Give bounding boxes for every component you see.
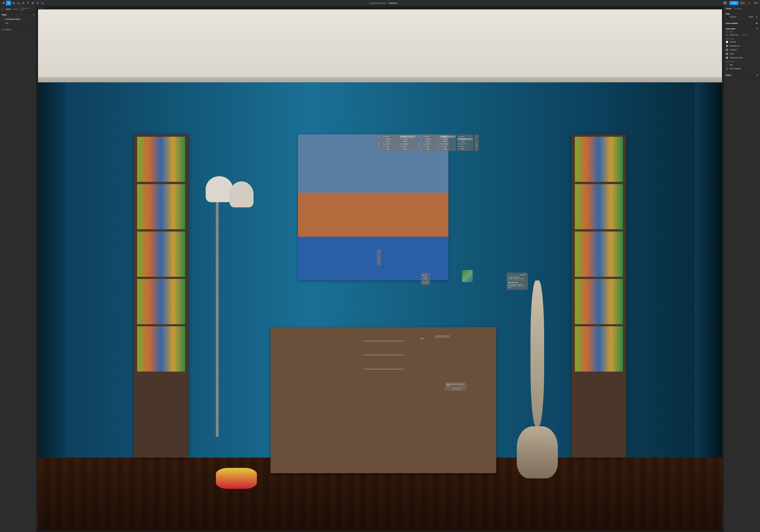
text-style-item[interactable]: Ag Menu font · 50/Auto	[726, 33, 758, 37]
ar-menu-item[interactable]: ✚Health	[383, 145, 398, 147]
add-style-button[interactable]: +	[757, 27, 758, 30]
hand-tool-button[interactable]	[35, 1, 40, 6]
ar-menu-wide-tasks-active[interactable]: ◉Tasks⤴Start walk⌂Training▣Memories✚Heal…	[400, 134, 416, 151]
page-opacity[interactable]: 100%	[748, 16, 753, 18]
cloud-icon: ☁	[519, 274, 521, 275]
ar-menu-item[interactable]: ✦Insights	[383, 148, 398, 150]
canvas[interactable]: Frame 1	[36, 6, 724, 532]
ar-menu-wide[interactable]: ◉Tasks⤴Start walk⌂Training▣Memories✚Heal…	[422, 134, 439, 151]
ar-health-card[interactable]: ◉3km ◷20 mins ✚Health	[421, 273, 430, 285]
ar-thumb-icons[interactable]: ▣⊗	[421, 338, 424, 339]
inner-shadow-icon	[726, 67, 728, 70]
tab-design[interactable]: Design	[726, 8, 732, 10]
main-menu-button[interactable]	[1, 1, 6, 6]
page-color-swatch[interactable]	[726, 16, 728, 18]
tab-assets[interactable]: Assets	[13, 8, 19, 10]
project-name: PawCare	[389, 2, 397, 4]
ar-menu-item[interactable]: ◉Tasks	[400, 136, 415, 138]
ar-menu-item[interactable]: ⌂Training	[457, 141, 473, 143]
tab-layers[interactable]: Layers	[6, 8, 11, 10]
search-icon[interactable]	[2, 8, 3, 10]
document-title[interactable]: Augmented Reality / PawCare ▾	[45, 2, 723, 4]
ar-menu-mini[interactable]: ◉ ⤴ ⌂ ▣ ✚ ✦	[417, 134, 421, 151]
collaborators[interactable]: ▾	[723, 1, 728, 5]
visibility-toggle-icon[interactable]	[756, 16, 758, 18]
chevron-down-icon[interactable]: ▾	[398, 2, 399, 4]
ar-menu-mini-floating[interactable]: ◉ ⤴ ⌂ ▣ ✚ ✦	[377, 249, 381, 266]
color-style-item[interactable]: Grad	[726, 52, 758, 56]
ar-menu-wide-startwalk-active[interactable]: ◉Tasks⤴Start walk⌂Training▣Memories✚Heal…	[457, 134, 473, 151]
ar-menu-item[interactable]: ◉Tasks	[423, 136, 438, 138]
ar-menu-item[interactable]: ◉Tasks	[440, 136, 455, 138]
page-item[interactable]: test	[0, 21, 36, 25]
ar-menu-item[interactable]: ⤴Start walk	[457, 138, 473, 140]
ar-menu-mini[interactable]: ◉ ⤴ ⌂ ▣ ✚ ✦	[474, 134, 479, 151]
ar-menu-item[interactable]: ▣Memories	[423, 143, 438, 145]
ar-menu-wide[interactable]: ◉Tasks⤴Start walk⌂Training▣Memories✚Heal…	[382, 134, 399, 151]
ar-menu-item[interactable]: ✚Health	[440, 145, 455, 147]
ar-menu-item[interactable]: ◉Tasks	[383, 136, 398, 138]
ar-menu-item[interactable]: ✦Insights	[440, 148, 455, 150]
text-tool-button[interactable]	[25, 1, 30, 6]
add-export-button[interactable]: +	[757, 74, 758, 76]
left-sidebar: Layers Assets Component libra... ⌃ Pages…	[0, 6, 36, 532]
frame-1[interactable]: ◉ ⤴ ⌂ ▣ ✚ ✦ ◉Tasks⤴Start walk⌂Training▣M…	[38, 9, 722, 530]
shape-tool-button[interactable]	[16, 1, 21, 6]
zoom-level[interactable]: 59%	[754, 2, 757, 4]
color-style-item[interactable]: Primary	[726, 40, 758, 44]
present-button[interactable]	[746, 1, 751, 6]
chevron-down-icon[interactable]: ▾	[758, 2, 759, 4]
ar-menu-item[interactable]: ⤴Start walk	[383, 138, 398, 140]
move-tool-button[interactable]	[6, 1, 11, 6]
ar-menu-item[interactable]: ⤴Start walk	[440, 138, 455, 140]
ar-menu-item[interactable]: ✦Insights	[457, 148, 473, 150]
ar-menu-mini[interactable]: ◉ ⤴ ⌂ ▣ ✚ ✦	[377, 134, 381, 151]
comment-tool-button[interactable]	[40, 1, 45, 6]
ar-menu-item[interactable]: ⌂Training	[400, 141, 415, 143]
frame-tool-button[interactable]	[11, 1, 16, 6]
color-style-item[interactable]: Background	[726, 44, 758, 48]
color-style-item[interactable]: Selection brown	[726, 56, 758, 60]
ar-menu-item[interactable]: ▣Memories	[400, 143, 415, 145]
ar-menu-item[interactable]: ▣Memories	[457, 143, 473, 145]
walk-icon: ⤴	[378, 139, 380, 140]
svg-point-5	[757, 17, 757, 17]
dev-mode-button[interactable]	[740, 1, 745, 5]
svg-rect-3	[32, 3, 32, 4]
component-library-dropdown[interactable]: Component libra... ⌃	[21, 7, 35, 11]
share-button[interactable]: Share	[730, 1, 738, 5]
ar-menu-item[interactable]: ▣Memories	[383, 143, 398, 145]
tab-prototype[interactable]: Prototype	[734, 8, 741, 10]
ar-menu-item[interactable]: ✦Insights	[400, 148, 415, 150]
ar-menu-item[interactable]: ✚Health	[400, 145, 415, 147]
effect-style-blur[interactable]: Blur	[726, 63, 758, 67]
add-page-button[interactable]: +	[33, 14, 34, 16]
ar-menu-item[interactable]: ▣Memories	[440, 143, 455, 145]
ar-menu-item[interactable]: ⌂Training	[383, 141, 398, 143]
ar-schedule-card[interactable]: ☁ Cloudy, 8°C ☐ Last fed: 8hrs ago ☐ Wal…	[507, 273, 528, 290]
color-swatch	[726, 41, 728, 43]
color-style-item[interactable]: Gradient	[726, 48, 758, 52]
ar-menu-wide-tasks-active[interactable]: ◉Tasks⤴Start walk⌂Training▣Memories✚Heal…	[440, 134, 456, 151]
text-style-icon: Ag	[726, 34, 729, 36]
layer-item-frame[interactable]: Frame 1	[0, 28, 36, 32]
variables-settings-icon[interactable]	[756, 22, 758, 24]
local-styles-heading: Local styles	[726, 28, 736, 30]
resources-tool-button[interactable]	[30, 1, 35, 6]
ar-map-card[interactable]	[462, 270, 473, 282]
ar-menu-item[interactable]: ⌂Training	[440, 141, 455, 143]
right-sidebar: Design Prototype Page 100% Local variabl…	[724, 6, 760, 532]
ar-menu-item[interactable]: ⤴Start walk	[400, 138, 415, 140]
page-color-hex[interactable]	[730, 16, 739, 18]
ar-menu-item[interactable]: ⌂Training	[423, 141, 438, 143]
pen-tool-button[interactable]	[21, 1, 25, 6]
ar-menu-item[interactable]: ◉Tasks	[457, 136, 473, 138]
ar-threat-card[interactable]: Baxter and Bentley have played before. 🐾…	[445, 382, 466, 391]
ar-menu-item[interactable]: ✦Insights	[423, 148, 438, 150]
frame-label[interactable]: Frame 1	[38, 7, 44, 9]
ar-menu-item[interactable]: ✚Health	[423, 145, 438, 147]
page-item[interactable]: ✓ Component library	[0, 17, 36, 21]
ar-menu-item[interactable]: ✚Health	[457, 145, 473, 147]
effect-style-inner-shadow[interactable]: Inner shadow	[726, 67, 758, 71]
ar-menu-item[interactable]: ⤴Start walk	[423, 138, 438, 140]
